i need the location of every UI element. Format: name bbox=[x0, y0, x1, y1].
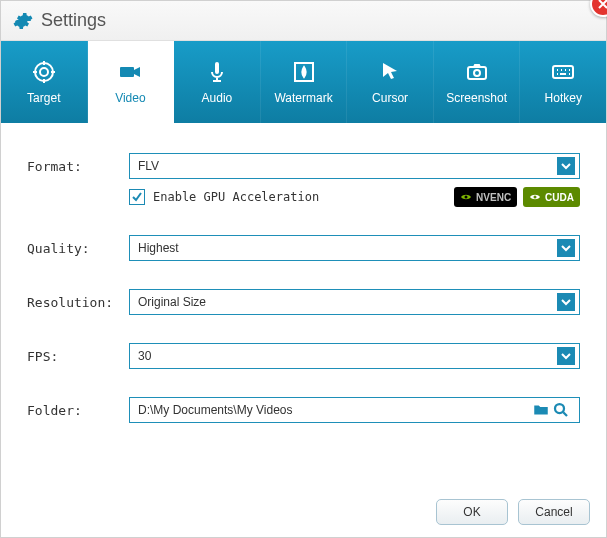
chevron-down-icon bbox=[557, 293, 575, 311]
cuda-badge: CUDA bbox=[523, 187, 580, 207]
chevron-down-icon bbox=[557, 239, 575, 257]
tab-label: Screenshot bbox=[446, 91, 507, 105]
tab-label: Video bbox=[115, 91, 145, 105]
titlebar: Settings bbox=[1, 1, 606, 41]
tab-hotkey[interactable]: Hotkey bbox=[520, 41, 606, 123]
format-value: FLV bbox=[138, 159, 159, 173]
svg-rect-5 bbox=[468, 67, 486, 79]
fps-select[interactable]: 30 bbox=[129, 343, 580, 369]
gpu-label: Enable GPU Acceleration bbox=[153, 190, 319, 204]
format-select[interactable]: FLV bbox=[129, 153, 580, 179]
chevron-down-icon bbox=[557, 347, 575, 365]
open-folder-button[interactable] bbox=[531, 400, 551, 420]
tab-watermark[interactable]: Watermark bbox=[261, 41, 348, 123]
tab-audio[interactable]: Audio bbox=[174, 41, 261, 123]
tab-label: Audio bbox=[202, 91, 233, 105]
audio-icon bbox=[204, 59, 230, 85]
svg-point-6 bbox=[474, 70, 480, 76]
tab-label: Watermark bbox=[274, 91, 332, 105]
watermark-icon bbox=[291, 59, 317, 85]
screenshot-icon bbox=[464, 59, 490, 85]
svg-rect-7 bbox=[553, 66, 573, 78]
svg-point-10 bbox=[555, 404, 564, 413]
svg-point-0 bbox=[35, 63, 53, 81]
svg-rect-2 bbox=[120, 67, 134, 77]
tab-label: Cursor bbox=[372, 91, 408, 105]
close-icon bbox=[598, 0, 607, 9]
tab-label: Target bbox=[27, 91, 60, 105]
svg-point-8 bbox=[465, 196, 468, 199]
folder-field[interactable]: D:\My Documents\My Videos bbox=[129, 397, 580, 423]
folder-path: D:\My Documents\My Videos bbox=[138, 403, 531, 417]
chevron-down-icon bbox=[557, 157, 575, 175]
svg-point-9 bbox=[534, 196, 537, 199]
folder-icon bbox=[532, 401, 550, 419]
footer: OK Cancel bbox=[436, 499, 590, 525]
target-icon bbox=[31, 59, 57, 85]
resolution-value: Original Size bbox=[138, 295, 206, 309]
resolution-select[interactable]: Original Size bbox=[129, 289, 580, 315]
settings-window: Settings Target Video Audio Watermark Cu… bbox=[0, 0, 607, 538]
gpu-checkbox[interactable] bbox=[129, 189, 145, 205]
svg-rect-3 bbox=[215, 62, 219, 74]
format-label: Format: bbox=[27, 159, 129, 174]
browse-button[interactable] bbox=[551, 400, 571, 420]
fps-value: 30 bbox=[138, 349, 151, 363]
tab-video[interactable]: Video bbox=[88, 41, 175, 123]
folder-label: Folder: bbox=[27, 403, 129, 418]
window-title: Settings bbox=[41, 10, 106, 31]
svg-point-1 bbox=[40, 68, 48, 76]
fps-label: FPS: bbox=[27, 349, 129, 364]
tab-label: Hotkey bbox=[545, 91, 582, 105]
quality-select[interactable]: Highest bbox=[129, 235, 580, 261]
video-icon bbox=[117, 59, 143, 85]
check-icon bbox=[131, 191, 143, 203]
cancel-button[interactable]: Cancel bbox=[518, 499, 590, 525]
content-area: Format: FLV Enable GPU Acceleration NVEN… bbox=[1, 123, 606, 461]
hotkey-icon bbox=[550, 59, 576, 85]
search-icon bbox=[552, 401, 570, 419]
quality-label: Quality: bbox=[27, 241, 129, 256]
tab-screenshot[interactable]: Screenshot bbox=[434, 41, 521, 123]
resolution-label: Resolution: bbox=[27, 295, 129, 310]
tab-bar: Target Video Audio Watermark Cursor Scre… bbox=[1, 41, 606, 123]
nvidia-icon bbox=[460, 191, 472, 203]
cursor-icon bbox=[377, 59, 403, 85]
quality-value: Highest bbox=[138, 241, 179, 255]
tab-target[interactable]: Target bbox=[1, 41, 88, 123]
ok-button[interactable]: OK bbox=[436, 499, 508, 525]
nvidia-icon bbox=[529, 191, 541, 203]
gear-icon bbox=[13, 11, 33, 31]
nvenc-badge: NVENC bbox=[454, 187, 517, 207]
tab-cursor[interactable]: Cursor bbox=[347, 41, 434, 123]
